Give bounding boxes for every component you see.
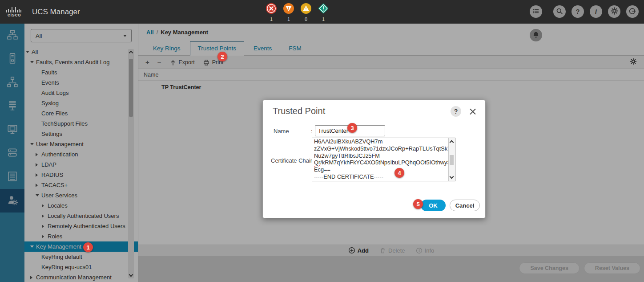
table-settings-button[interactable] [630,58,637,66]
collapsed-arrow-icon[interactable] [36,184,41,187]
san-icon [7,100,18,113]
storage-icon [7,147,18,160]
collapsed-arrow-icon[interactable] [42,235,48,238]
expanded-arrow-icon[interactable] [30,245,36,248]
ok-button[interactable]: OK [421,200,446,211]
delete-button[interactable]: Delete [379,247,405,254]
close-icon[interactable] [469,108,476,115]
tree-item-events[interactable]: Events [24,78,138,88]
actions-bar: Add Delete Info [138,245,644,256]
tree-item-audit-logs[interactable]: Audit Logs [24,88,138,98]
textarea-scrollbar[interactable] [448,138,455,181]
logout-button[interactable] [626,5,639,18]
status-info[interactable]: 1 [316,3,330,22]
collapsed-arrow-icon[interactable] [36,163,41,167]
sidebar-item-san[interactable] [0,94,24,118]
collapsed-arrow-icon[interactable] [42,214,48,218]
scroll-up-icon[interactable] [450,140,454,145]
tree-item-tacacs[interactable]: TACACS+ [24,180,138,190]
tree-item-keyring-default[interactable]: KeyRing default [24,252,138,262]
status-critical[interactable]: 1 [264,3,278,22]
tree-item-key-management[interactable]: Key Management [24,241,138,252]
tree-item-user-services[interactable]: User Services [24,190,138,200]
tree-item-keyring-equ-ucs01[interactable]: KeyRing equ-ucs01 [24,262,138,272]
status-minor[interactable]: 0 [299,3,313,22]
collapsed-arrow-icon[interactable] [42,225,48,228]
fault-summary: 1101 [264,3,330,22]
status-major-icon [283,3,294,16]
trusted-point-name: TP TrustCenter [161,84,201,90]
scrollbar-thumb[interactable] [450,155,454,165]
tree-item-settings[interactable]: Settings [24,129,138,139]
tree-item-locally-authenticated-users[interactable]: Locally Authenticated Users [24,211,138,221]
tab-events[interactable]: Events [246,42,279,55]
sidebar-item-servers[interactable] [0,47,24,71]
tree-item-faults-events-and-audit-log[interactable]: Faults, Events and Audit Log [24,57,138,67]
cancel-button[interactable]: Cancel [450,200,480,211]
expanded-arrow-icon[interactable] [26,51,32,53]
tree-item-locales[interactable]: Locales [24,200,138,211]
table-header[interactable]: Name [138,69,644,81]
add-row-button[interactable]: + [145,58,149,66]
tree-item-remotely-authenticated-users[interactable]: Remotely Authenticated Users [24,221,138,231]
sidebar-item-lan[interactable] [0,71,24,94]
export-button[interactable]: Export [169,59,195,66]
tree-item-communication-management[interactable]: Communication Management [24,272,138,282]
tree-item-faults[interactable]: Faults [24,67,138,78]
logout-icon [629,8,636,16]
help-button[interactable]: ? [572,5,584,18]
certificate-chain-textarea[interactable]: H6AAi2uiBXkuABZVQH7m zZVxG+VjWhskod5ttvo… [312,138,455,181]
tree-item-user-management[interactable]: User Management [24,139,138,149]
tree-item-authentication[interactable]: Authentication [24,149,138,159]
tab-bar: Key RingsTrusted PointsEventsFSM [138,41,644,56]
tree-item-all[interactable]: All [24,47,138,57]
cisco-wordmark: cisco [8,12,21,17]
app-title: UCS Manager [32,8,80,16]
tree-scrollbar[interactable] [128,49,134,278]
tree-item-roles[interactable]: Roles [24,231,138,241]
nav-filter-dropdown[interactable]: All [31,29,132,42]
scroll-down-icon[interactable] [129,273,133,277]
collapsed-arrow-icon[interactable] [36,153,41,156]
search-button[interactable] [553,5,566,18]
expanded-arrow-icon[interactable] [30,61,36,63]
tree-item-core-files[interactable]: Core Files [24,108,138,119]
collapsed-arrow-icon[interactable] [42,204,48,208]
scrollbar-thumb[interactable] [129,59,133,117]
status-major[interactable]: 1 [282,3,296,22]
status-info-count: 1 [322,16,325,22]
sidebar-item-equipment[interactable] [0,24,24,47]
info-button[interactable]: Info [416,247,435,254]
scroll-down-icon[interactable] [450,175,454,179]
tab-trusted-points[interactable]: Trusted Points [190,41,245,56]
info-button[interactable]: i [590,5,602,18]
expanded-arrow-icon[interactable] [30,143,36,145]
sidebar-item-storage[interactable] [0,142,24,165]
tab-fsm[interactable]: FSM [281,42,309,55]
gear-button[interactable] [608,5,620,18]
tree-item-techsupport-files[interactable]: TechSupport Files [24,119,138,129]
name-separator: : [311,128,313,135]
remove-row-button[interactable]: − [157,58,161,66]
step-badge-1: 1 [83,242,93,252]
tree-item-ldap[interactable]: LDAP [24,159,138,170]
table-row[interactable]: TP TrustCenter [138,81,644,93]
expanded-arrow-icon[interactable] [36,194,41,196]
collapsed-arrow-icon[interactable] [30,276,36,279]
collapsed-arrow-icon[interactable] [36,173,41,177]
breadcrumb: All / Key Management [138,24,644,41]
tree-item-radius[interactable]: RADIUS [24,170,138,180]
status-minor-count: 0 [305,16,307,22]
tree-item-syslog[interactable]: Syslog [24,98,138,108]
sidebar-item-admin[interactable] [0,189,24,213]
list-button[interactable] [530,5,542,18]
scroll-up-icon[interactable] [129,51,133,55]
reset-values-button[interactable]: Reset Values [584,262,640,274]
breadcrumb-root[interactable]: All [146,29,154,36]
save-changes-button[interactable]: Save Changes [519,262,579,274]
sidebar-item-vm[interactable] [0,118,24,142]
add-button[interactable]: Add [348,247,369,254]
sidebar-item-chassis[interactable] [0,165,24,189]
tab-key-rings[interactable]: Key Rings [145,42,188,55]
help-button[interactable]: ? [451,106,461,117]
